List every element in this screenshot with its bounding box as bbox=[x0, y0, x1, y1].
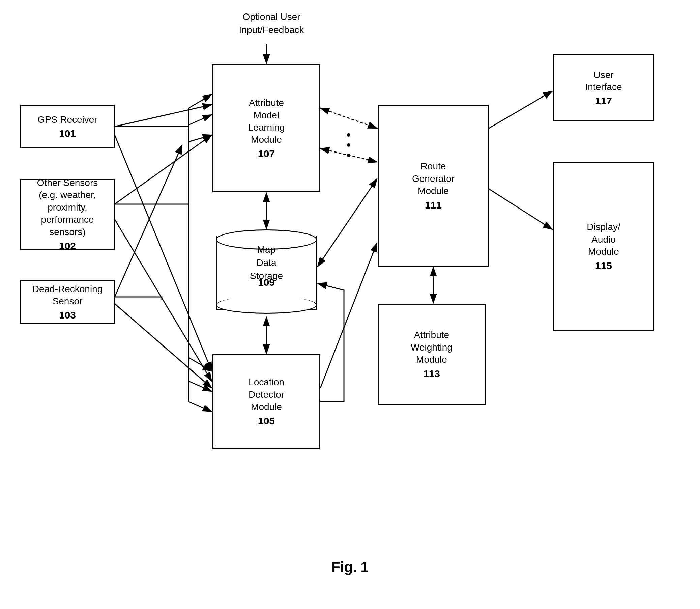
gps-receiver-box: GPS Receiver 101 bbox=[20, 105, 115, 149]
display-audio-number: 115 bbox=[595, 260, 612, 272]
user-interface-number: 117 bbox=[595, 95, 612, 107]
user-interface-box: UserInterface 117 bbox=[553, 54, 654, 121]
arrow-sensors-to-aml bbox=[115, 135, 212, 204]
attr-weighting-label: AttributeWeightingModule bbox=[411, 329, 452, 366]
dead-reckoning-number: 103 bbox=[59, 309, 76, 321]
dot-3 bbox=[347, 154, 350, 157]
dot-1 bbox=[347, 133, 350, 137]
location-detector-number: 105 bbox=[258, 415, 275, 427]
bracket-to-aml-2 bbox=[189, 115, 212, 125]
attr-weighting-box: AttributeWeightingModule 113 bbox=[378, 304, 486, 405]
location-detector-box: LocationDetectorModule 105 bbox=[212, 354, 320, 449]
location-detector-label: LocationDetectorModule bbox=[249, 376, 284, 413]
poly-sensors-junction bbox=[115, 203, 189, 204]
arrow-mds-to-rg bbox=[318, 179, 377, 266]
dead-reckoning-label: Dead-ReckoningSensor bbox=[32, 283, 103, 308]
bracket-to-aml-1 bbox=[189, 94, 212, 108]
route-generator-number: 111 bbox=[425, 199, 442, 211]
map-data-cylinder-bottom bbox=[216, 296, 317, 314]
bracket-to-aml-3 bbox=[189, 135, 212, 142]
arrow-gps-to-aml bbox=[115, 105, 212, 126]
diagram-container: Optional UserInput/Feedback GPS Receiver… bbox=[0, 0, 700, 609]
arrow-aml-to-rg-mid bbox=[320, 149, 377, 162]
optional-user-label: Optional UserInput/Feedback bbox=[229, 10, 313, 36]
bracket-to-ld-1 bbox=[189, 358, 212, 371]
arrow-rg-to-ui bbox=[489, 91, 552, 128]
display-audio-box: Display/AudioModule 115 bbox=[553, 162, 654, 331]
arrow-dr-to-aml-1 bbox=[115, 145, 182, 297]
arrow-sensors-to-ld bbox=[115, 219, 212, 381]
gps-receiver-label: GPS Receiver bbox=[37, 114, 97, 126]
poly-dr-junction bbox=[115, 297, 162, 300]
bracket-to-ld-3 bbox=[189, 401, 212, 412]
arrow-dr-to-ld bbox=[115, 304, 212, 388]
attr-model-learning-number: 107 bbox=[258, 148, 275, 160]
other-sensors-box: Other Sensors(e.g. weather,proximity,per… bbox=[20, 179, 115, 250]
other-sensors-number: 102 bbox=[59, 240, 76, 252]
arrow-gps-to-ld bbox=[115, 135, 212, 371]
dot-2 bbox=[347, 143, 350, 147]
route-generator-label: RouteGeneratorModule bbox=[412, 160, 454, 197]
other-sensors-label: Other Sensors(e.g. weather,proximity,per… bbox=[24, 177, 110, 238]
arrow-aml-to-rg-top bbox=[320, 108, 377, 128]
attr-model-learning-box: AttributeModelLearningModule 107 bbox=[212, 64, 320, 192]
route-generator-box: RouteGeneratorModule 111 bbox=[378, 105, 489, 266]
bracket-to-ld-2 bbox=[189, 381, 212, 392]
user-interface-label: UserInterface bbox=[585, 69, 622, 93]
gps-receiver-number: 101 bbox=[59, 128, 76, 139]
ld-to-mds-path bbox=[318, 283, 344, 401]
attr-weighting-number: 113 bbox=[423, 368, 440, 380]
poly-gps-junction bbox=[115, 126, 189, 128]
arrow-ld-to-rg bbox=[320, 243, 377, 388]
dead-reckoning-box: Dead-ReckoningSensor 103 bbox=[20, 280, 115, 324]
map-data-number: 109 bbox=[216, 277, 317, 288]
attr-model-learning-label: AttributeModelLearningModule bbox=[248, 97, 285, 146]
display-audio-label: Display/AudioModule bbox=[587, 221, 621, 258]
arrow-rg-to-da bbox=[489, 189, 552, 229]
figure-caption: Fig. 1 bbox=[331, 559, 369, 575]
